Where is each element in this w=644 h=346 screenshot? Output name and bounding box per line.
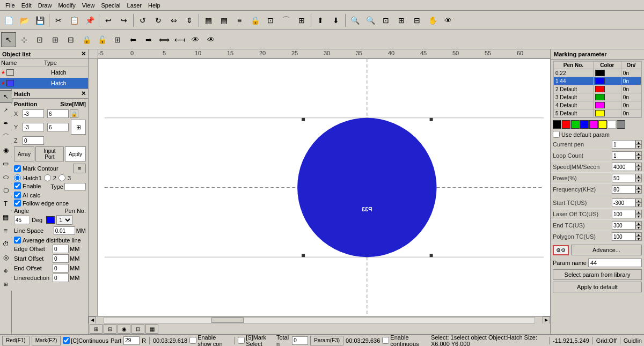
pan-btn[interactable]: ✋ bbox=[425, 13, 440, 28]
start-tc-dn[interactable]: ▼ bbox=[635, 203, 642, 207]
flip-v-btn[interactable]: ⇕ bbox=[182, 13, 197, 28]
bt-4[interactable]: ⊡ bbox=[131, 324, 144, 334]
mirror-btn[interactable]: ⟺ bbox=[157, 32, 172, 47]
pen-row-4[interactable]: 4 Default 0n bbox=[554, 101, 641, 109]
edge-offset-input[interactable] bbox=[53, 245, 69, 253]
cur-pen-dn[interactable]: ▼ bbox=[635, 144, 642, 149]
zoom-sel-btn[interactable]: ⊞ bbox=[394, 13, 409, 28]
tool-barcode[interactable]: ▦ bbox=[0, 211, 12, 224]
z-pos-input[interactable] bbox=[23, 136, 44, 145]
apply-default-btn[interactable]: Apply to default bbox=[553, 282, 642, 292]
part-input[interactable] bbox=[123, 336, 140, 345]
snap-btn[interactable]: ⊞ bbox=[48, 32, 63, 47]
tool-bezier[interactable]: ⌒ bbox=[0, 130, 12, 143]
start-offset-input[interactable] bbox=[53, 254, 69, 263]
lock-btn[interactable]: 🔒 bbox=[247, 13, 262, 28]
array-btn[interactable]: ⊞ bbox=[294, 13, 309, 28]
follow-edge-check[interactable] bbox=[14, 200, 21, 207]
pal-black[interactable] bbox=[553, 120, 561, 129]
tool-more[interactable]: ⊞ bbox=[0, 278, 12, 291]
unlock-btn[interactable]: 🔓 bbox=[94, 32, 109, 47]
dist-btn[interactable]: ⬅ bbox=[126, 32, 141, 47]
power-dn[interactable]: ▼ bbox=[635, 178, 642, 182]
start-tc-up[interactable]: ▲ bbox=[635, 198, 642, 203]
end-offset-input[interactable] bbox=[53, 264, 69, 273]
grid-btn[interactable]: ⊞ bbox=[71, 120, 86, 135]
total-input[interactable] bbox=[292, 336, 308, 345]
menu-draw[interactable]: Draw bbox=[35, 1, 55, 10]
y-pos-input[interactable] bbox=[23, 123, 44, 131]
eye-btn[interactable]: 👁 bbox=[188, 32, 203, 47]
tool-pen[interactable]: ✒ bbox=[0, 117, 12, 130]
node-edit-btn[interactable]: ⊡ bbox=[32, 32, 47, 47]
enable-show-check[interactable] bbox=[189, 337, 196, 344]
new-btn[interactable]: 📄 bbox=[1, 13, 16, 28]
import-btn[interactable]: ⬆ bbox=[313, 13, 328, 28]
ai-calc-check[interactable] bbox=[14, 192, 21, 198]
menu-modify[interactable]: Modify bbox=[55, 1, 78, 10]
tool-hatch[interactable]: ≡ bbox=[0, 224, 12, 237]
bt-5[interactable]: ▦ bbox=[145, 324, 158, 334]
menu-help[interactable]: Help bbox=[145, 1, 164, 10]
hatch3-radio[interactable] bbox=[58, 174, 65, 181]
scroll-thumb-h[interactable] bbox=[211, 318, 244, 323]
rotate-left-btn[interactable]: ↺ bbox=[135, 13, 150, 28]
power-input[interactable] bbox=[612, 174, 635, 182]
mark-contour-check[interactable] bbox=[14, 165, 21, 172]
pen-row-0[interactable]: 0.22 0n bbox=[554, 69, 641, 77]
rotate-right-btn[interactable]: ↻ bbox=[151, 13, 166, 28]
freq-up[interactable]: ▲ bbox=[635, 185, 642, 189]
undo-btn[interactable]: ↩ bbox=[101, 13, 116, 28]
select-param-btn[interactable]: Select param from library bbox=[553, 269, 642, 280]
object-list-close[interactable]: ✕ bbox=[81, 50, 86, 57]
power-up[interactable]: ▲ bbox=[635, 174, 642, 178]
cutter-icon[interactable]: ⚙⚙ bbox=[553, 245, 569, 255]
zoom-all-btn[interactable]: ⊟ bbox=[409, 13, 425, 28]
tool-rect[interactable]: ▭ bbox=[0, 157, 12, 170]
hatch2-radio[interactable] bbox=[44, 174, 51, 181]
pen-row-3[interactable]: 3 Default 0n bbox=[554, 93, 641, 101]
freq-input[interactable] bbox=[612, 185, 635, 194]
pen-row-2[interactable]: 2 Default 0n bbox=[554, 85, 641, 93]
zoom-fit-btn[interactable]: ⊡ bbox=[378, 13, 393, 28]
scroll-right[interactable]: ▶ bbox=[543, 316, 550, 324]
pal-white[interactable] bbox=[608, 120, 616, 129]
cut-btn[interactable]: ✂ bbox=[51, 13, 66, 28]
tool-clock[interactable]: ⏱ bbox=[0, 238, 12, 251]
mirror2-btn[interactable]: ⟻ bbox=[172, 32, 187, 47]
loop-up[interactable]: ▲ bbox=[635, 151, 642, 156]
line-reduction-input[interactable] bbox=[53, 274, 69, 282]
copy-btn[interactable]: 📋 bbox=[67, 13, 82, 28]
bt-3[interactable]: ◉ bbox=[118, 324, 130, 334]
end-tc-input[interactable] bbox=[612, 221, 635, 230]
freq-dn[interactable]: ▼ bbox=[635, 189, 642, 194]
loop-dn[interactable]: ▼ bbox=[635, 156, 642, 160]
tool-zoom[interactable]: ⊕ bbox=[0, 264, 12, 277]
type-box[interactable] bbox=[64, 183, 86, 190]
menu-laser[interactable]: Laser bbox=[124, 1, 145, 10]
curve-btn[interactable]: ⌒ bbox=[279, 13, 294, 28]
laser-off-tc-input[interactable] bbox=[612, 210, 635, 218]
enable-check[interactable] bbox=[14, 182, 21, 189]
cur-pen-up[interactable]: ▲ bbox=[635, 140, 642, 144]
loff-up[interactable]: ▲ bbox=[635, 210, 642, 214]
menu-special[interactable]: Special bbox=[98, 1, 123, 10]
contour-icon[interactable]: ≡ bbox=[73, 164, 86, 173]
select2-btn[interactable]: ⊹ bbox=[17, 32, 32, 47]
hatch1-radio[interactable] bbox=[14, 174, 21, 181]
menu-edit[interactable]: Edit bbox=[18, 1, 35, 10]
pal-gray[interactable] bbox=[617, 120, 625, 129]
ungroup-btn[interactable]: ▤ bbox=[216, 13, 231, 28]
continuous-check[interactable] bbox=[63, 337, 70, 344]
align-btn[interactable]: ≡ bbox=[232, 13, 247, 28]
s-mark-check[interactable] bbox=[238, 337, 245, 344]
use-default-check[interactable] bbox=[553, 131, 560, 138]
obj-row-0[interactable]: ★ Hatch bbox=[0, 67, 88, 78]
end-tc-up[interactable]: ▲ bbox=[635, 221, 642, 225]
y-size-input[interactable] bbox=[47, 123, 69, 131]
node-btn[interactable]: ⊡ bbox=[263, 13, 278, 28]
view-btn[interactable]: 👁 bbox=[441, 13, 456, 28]
pal-magenta[interactable] bbox=[589, 120, 598, 129]
flip-h-btn[interactable]: ⇔ bbox=[166, 13, 181, 28]
tool-shape[interactable]: ◉ bbox=[0, 144, 12, 157]
